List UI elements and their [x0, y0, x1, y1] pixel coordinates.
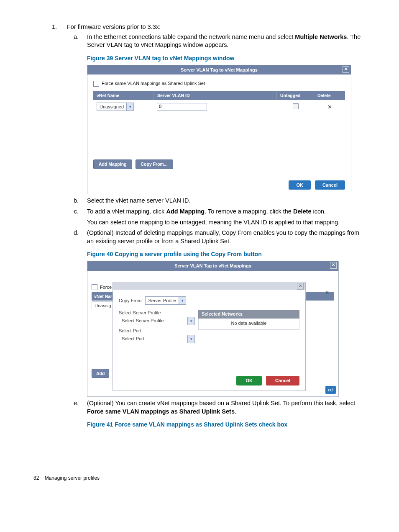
close-icon[interactable]: ✕ — [343, 66, 349, 73]
copy-from-button[interactable]: Copy From... — [136, 159, 173, 169]
ok-button[interactable]: OK — [236, 376, 262, 386]
copy-from-label: Copy From: — [119, 298, 143, 304]
untagged-checkbox[interactable] — [293, 103, 299, 109]
step-d: (Optional) Instead of deleting mappings … — [80, 229, 366, 397]
vnet-name-select[interactable]: Unassigned ▾ — [97, 103, 134, 111]
add-mapping-button[interactable]: Add Mapping — [93, 159, 132, 169]
step-c: To add a vNet mapping, click Add Mapping… — [80, 208, 366, 226]
mappings-table-header: vNet Name Server VLAN ID Untagged Delete — [93, 91, 345, 100]
add-mapping-button[interactable]: Add — [92, 369, 109, 378]
server-vlan-id-input[interactable]: 0 — [157, 103, 207, 111]
section-title: Managing server profiles — [45, 475, 100, 481]
vnet-mappings-dialog: Server VLAN Tag to vNet Mappings ✕ Force… — [87, 65, 351, 195]
chevron-down-icon: ▾ — [126, 103, 133, 111]
chevron-down-icon: ▾ — [179, 297, 186, 304]
cancel-button[interactable]: Cancel — [266, 376, 299, 386]
page-number: 82 — [33, 475, 39, 481]
close-icon[interactable]: ✕ — [297, 283, 304, 290]
dialog-titlebar: Server VLAN Tag to vNet Mappings ✕ — [87, 65, 351, 75]
force-same-vlan-checkbox[interactable] — [93, 81, 99, 87]
copy-from-select[interactable]: Server Profile ▾ — [145, 296, 186, 305]
delete-row-icon[interactable]: ✕ — [314, 103, 345, 112]
force-same-vlan-checkbox[interactable] — [92, 284, 97, 290]
selected-networks-header: Selected Networks — [198, 310, 299, 319]
step-b: Select the vNet name server VLAN ID. — [80, 197, 366, 205]
dialog-titlebar: Server VLAN Tag to vNet Mappings ✕ — [87, 261, 338, 271]
cancel-button-fragment[interactable]: cel — [325, 386, 336, 394]
delete-row-icon[interactable]: ✕ — [325, 289, 329, 296]
force-same-vlan-label: Force same VLAN mappings as Shared Uplin… — [102, 80, 205, 87]
figure-39-caption: Figure 39 Server VLAN tag to vNet Mappin… — [87, 54, 366, 62]
chevron-down-icon: ▾ — [187, 317, 194, 325]
copy-from-dialog: ✕ Copy From: Server Profile ▾ — [113, 282, 306, 391]
figure-41-caption: Figure 41 Force same VLAN mappings as Sh… — [87, 421, 366, 429]
vnet-mappings-dialog-outer: Server VLAN Tag to vNet Mappings ✕ Force… — [87, 261, 339, 397]
selected-networks-empty: No data available — [198, 319, 299, 330]
table-row: Unassigned ▾ 0 ✕ — [93, 100, 345, 113]
chevron-down-icon: ▾ — [187, 335, 194, 343]
step-e: (Optional) You can create vNet mappings … — [80, 399, 366, 429]
step-1: For firmware versions prior to 3.3x: In … — [59, 23, 366, 429]
server-profile-select[interactable]: Select Server Profile ▾ — [119, 317, 195, 325]
port-select[interactable]: Select Port ▾ — [119, 335, 195, 343]
vnet-name-select[interactable]: Unassig — [92, 301, 114, 310]
page-footer: 82 Managing server profiles — [33, 475, 366, 481]
ok-button[interactable]: OK — [289, 180, 311, 190]
step-1-text: For firmware versions prior to 3.3x: — [67, 23, 161, 30]
cancel-button[interactable]: Cancel — [315, 180, 345, 190]
close-icon[interactable]: ✕ — [330, 262, 337, 269]
figure-40-caption: Figure 40 Copying a server profile using… — [87, 250, 366, 258]
step-a: In the Ethernet connections table expand… — [80, 33, 366, 195]
